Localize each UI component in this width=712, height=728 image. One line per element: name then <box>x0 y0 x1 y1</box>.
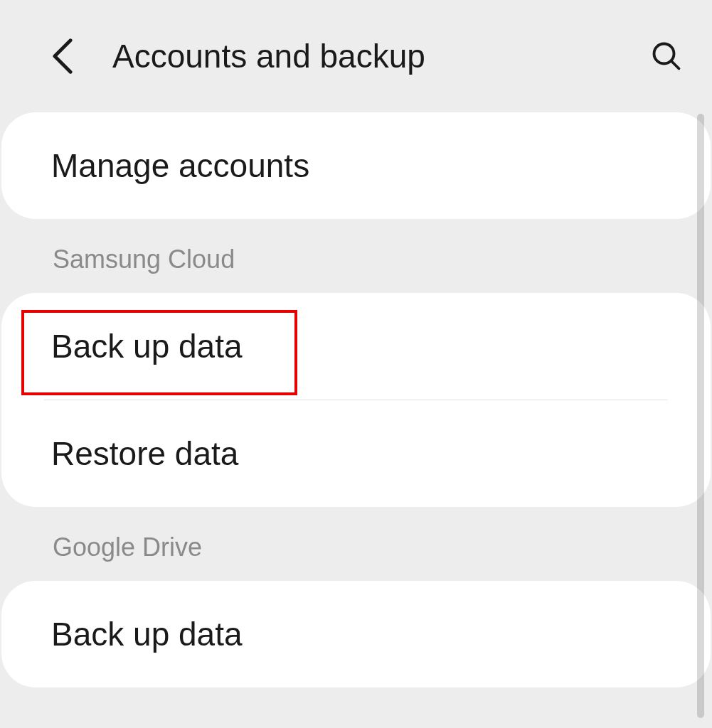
list-item-label: Back up data <box>51 327 661 365</box>
header: Accounts and backup <box>0 0 712 112</box>
samsung-cloud-card: Back up data Restore data <box>1 293 711 507</box>
google-drive-card: Back up data <box>1 581 711 687</box>
list-item-label: Manage accounts <box>51 146 661 185</box>
list-item-label: Back up data <box>51 615 661 653</box>
list-item-back-up-data-samsung[interactable]: Back up data <box>1 293 711 400</box>
back-button[interactable] <box>46 39 80 73</box>
section-header-samsung-cloud: Samsung Cloud <box>0 219 712 293</box>
top-card: Manage accounts <box>1 112 711 219</box>
chevron-left-icon <box>51 38 75 74</box>
search-button[interactable] <box>647 36 686 76</box>
list-item-back-up-data-google[interactable]: Back up data <box>1 581 711 687</box>
scrollbar[interactable] <box>697 114 704 718</box>
page-title: Accounts and backup <box>112 37 647 75</box>
content-area: Manage accounts Samsung Cloud Back up da… <box>0 112 712 687</box>
list-item-manage-accounts[interactable]: Manage accounts <box>1 112 711 219</box>
svg-line-1 <box>671 61 679 69</box>
list-item-label: Restore data <box>51 434 661 473</box>
search-icon <box>652 41 681 71</box>
list-item-restore-data[interactable]: Restore data <box>1 400 711 507</box>
section-header-google-drive: Google Drive <box>0 507 712 581</box>
